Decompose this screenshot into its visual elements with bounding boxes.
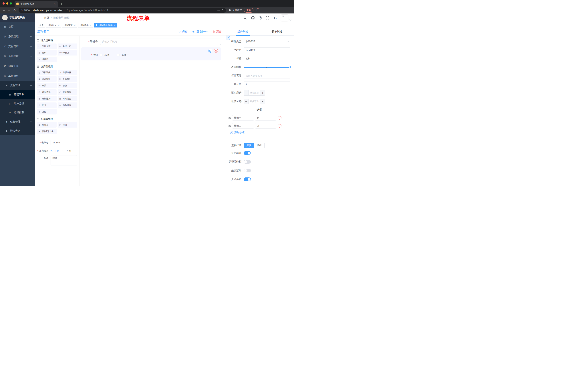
avatar[interactable]: [281, 14, 288, 21]
fullscreen-icon[interactable]: [266, 16, 269, 20]
canvas-field-gender-selected[interactable]: 性别 选项一 选项二: [81, 47, 221, 60]
forward-icon[interactable]: →: [8, 9, 11, 12]
option-2-value-input[interactable]: [255, 123, 276, 128]
border-toggle[interactable]: [244, 160, 251, 164]
browser-menu-icon[interactable]: ⋮: [256, 9, 258, 12]
new-tab-button[interactable]: +: [58, 1, 65, 7]
minus-button[interactable]: −: [244, 99, 249, 104]
update-button[interactable]: 更新: [244, 8, 253, 12]
search-icon[interactable]: [243, 16, 247, 20]
password-key-icon[interactable]: [217, 9, 220, 12]
sidebar-item-system[interactable]: ⚙ 系统管理: [0, 32, 35, 42]
canvas-field-phone[interactable]: 手机号: [81, 39, 221, 45]
palette-item-cascader[interactable]: ⋔级联选择: [58, 70, 77, 75]
tab-component-props[interactable]: 组件属性: [226, 28, 260, 35]
address-bar[interactable]: ⚠ 不安全 dashboard.yudao.iocoder.cn/bpm/man…: [19, 8, 226, 13]
form-canvas[interactable]: 手机号: [80, 36, 226, 186]
security-warning[interactable]: ⚠ 不安全: [21, 9, 30, 12]
label-width-input[interactable]: [244, 73, 290, 78]
sidebar-item-infra[interactable]: ⊞ 基础设施: [0, 51, 35, 61]
sidebar-item-process-form[interactable]: ▤ 流程表单: [0, 90, 35, 99]
option-2-label-input[interactable]: [232, 123, 254, 128]
form-grid-slider[interactable]: [244, 64, 290, 70]
default-value-input[interactable]: [244, 82, 290, 87]
status-on-radio[interactable]: 开启: [51, 149, 59, 152]
add-option-button[interactable]: + 添加选项: [230, 131, 290, 134]
plus-button[interactable]: +: [260, 90, 265, 95]
tag-close-icon[interactable]: ×: [74, 24, 76, 26]
view-json-button[interactable]: 查看json: [192, 30, 208, 33]
drag-handle-icon[interactable]: [228, 125, 231, 127]
palette-item-counter[interactable]: 123计数器: [58, 50, 77, 55]
sidebar-item-user-group[interactable]: ◫ 用户分组: [0, 99, 35, 108]
palette-item-switch[interactable]: ⊶开关: [37, 83, 57, 88]
palette-item-time-range[interactable]: ◴时间范围: [58, 89, 77, 95]
copy-component-button[interactable]: [208, 49, 212, 53]
min-select-stepper[interactable]: − 至少应选 +: [244, 90, 265, 96]
tag-process-model[interactable]: 流程模型×: [62, 23, 77, 28]
component-type-select[interactable]: 多选框组: [244, 39, 290, 44]
breadcrumb-home[interactable]: 首页: [44, 16, 49, 20]
required-toggle[interactable]: [244, 177, 251, 181]
save-button[interactable]: 保存: [178, 30, 188, 33]
sidebar-item-task-management[interactable]: ⋔ 任务管理: [0, 117, 35, 126]
tag-process-form-edit[interactable]: 流程表单-编辑×: [94, 23, 117, 28]
palette-item-dropdown[interactable]: ◎下拉选择: [37, 70, 57, 75]
sidebar-item-process-management[interactable]: ≋ 流程管理: [0, 81, 35, 90]
phone-input[interactable]: [100, 39, 221, 45]
sidebar-item-leave-query[interactable]: ♟ 请假查询: [0, 126, 35, 135]
plus-button[interactable]: +: [260, 99, 265, 104]
palette-item-table[interactable]: ⊞表格[开发中]: [37, 129, 57, 134]
status-off-radio[interactable]: 关闭: [63, 149, 71, 152]
tag-home[interactable]: 首页: [38, 23, 45, 28]
sidebar-item-process-model[interactable]: ✈ 流程模型: [0, 108, 35, 117]
palette-item-date-range[interactable]: ▩日期范围: [58, 96, 77, 101]
browser-tab[interactable]: 芋道管理系统 ×: [15, 1, 58, 7]
tag-close-icon[interactable]: ×: [90, 24, 92, 26]
palette-item-single-text[interactable]: ▭单行文本: [37, 43, 57, 49]
form-remark-textarea[interactable]: 嘿嘿: [51, 155, 77, 165]
tag-process-definition[interactable]: 流程定义×: [46, 23, 61, 28]
show-label-toggle[interactable]: [244, 151, 251, 155]
sidebar-item-devtools[interactable]: ⚒ 研发工具: [0, 61, 35, 71]
field-name-input[interactable]: [244, 47, 290, 53]
palette-item-rate[interactable]: ☆评分: [37, 102, 57, 108]
palette-item-row-container[interactable]: ▣行容器: [37, 122, 57, 128]
palette-item-editor[interactable]: ✎编辑器: [37, 57, 57, 62]
tag-close-icon[interactable]: ×: [114, 24, 116, 26]
palette-item-checkbox-group[interactable]: ☑多选框组: [58, 76, 77, 82]
option-1-label-input[interactable]: [232, 115, 254, 120]
reload-icon[interactable]: ⟳: [13, 9, 16, 12]
minimize-window-button[interactable]: [6, 2, 8, 5]
close-window-button[interactable]: [2, 2, 5, 5]
clear-button[interactable]: 清空: [212, 30, 221, 33]
minus-button[interactable]: −: [244, 90, 249, 95]
style-default-button[interactable]: 默认: [244, 143, 254, 148]
link-button[interactable]: [226, 36, 230, 40]
sidebar-item-home[interactable]: ◉ 首页: [0, 22, 35, 32]
palette-item-time-picker[interactable]: ◷时间选择: [37, 89, 57, 95]
remove-option-icon[interactable]: −: [278, 116, 282, 120]
zoom-window-button[interactable]: [10, 2, 12, 5]
avatar-caret-icon[interactable]: [290, 19, 292, 20]
hamburger-icon[interactable]: [38, 17, 41, 19]
palette-item-slider[interactable]: ⊷滑块: [58, 83, 77, 88]
drag-handle-icon[interactable]: [228, 117, 231, 119]
slider-handle[interactable]: [289, 66, 291, 68]
sidebar-logo-row[interactable]: 芋道管理系统: [0, 13, 35, 22]
style-button-button[interactable]: 按钮: [254, 143, 264, 148]
form-name-input[interactable]: [51, 140, 77, 145]
delete-component-button[interactable]: [214, 49, 218, 53]
gender-option-1-checkbox[interactable]: 选项一: [100, 53, 112, 57]
back-icon[interactable]: ←: [2, 9, 5, 12]
tag-close-icon[interactable]: ×: [58, 24, 60, 26]
palette-item-multi-text[interactable]: ▤多行文本: [58, 43, 77, 49]
title-input[interactable]: [244, 56, 290, 61]
disabled-toggle[interactable]: [244, 169, 251, 172]
option-1-value-input[interactable]: [255, 115, 276, 120]
github-icon[interactable]: [251, 16, 255, 20]
palette-item-color-picker[interactable]: ◍颜色选择: [58, 102, 77, 108]
sidebar-item-workflow[interactable]: ⧉ 工作流程: [0, 71, 35, 81]
palette-item-date-picker[interactable]: ▦日期选择: [37, 96, 57, 101]
tag-process-form[interactable]: 流程表单×: [78, 23, 93, 28]
